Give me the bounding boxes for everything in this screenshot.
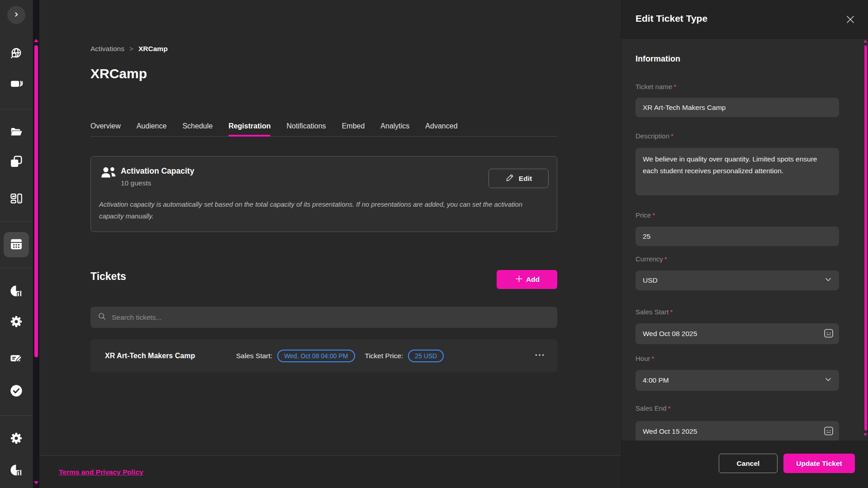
field-label-text: Ticket name [636, 83, 672, 90]
price-label: Price* [636, 211, 655, 219]
sales-start-label: Sales Start* [636, 308, 673, 316]
tab-audience[interactable]: Audience [137, 116, 167, 136]
ticket-search-bar [90, 307, 557, 328]
hour-label: Hour* [636, 355, 654, 362]
gear-icon [9, 431, 23, 446]
sidebar-item-cards[interactable] [0, 73, 33, 95]
edit-capacity-button[interactable]: Edit [489, 169, 549, 188]
add-button-label: Add [526, 275, 540, 284]
breadcrumb: Activations > XRCamp [90, 45, 168, 53]
edit-ticket-panel: Edit Ticket Type Information Ticket name… [621, 0, 868, 488]
ticket-name: XR Art-Tech Makers Camp [105, 352, 236, 360]
chevron-right-icon [12, 10, 21, 20]
devices-board-icon [9, 192, 23, 207]
close-icon [844, 14, 856, 27]
pencil-icon [505, 173, 515, 184]
required-asterisk: * [668, 404, 670, 412]
tickets-heading: Tickets [90, 270, 126, 283]
main-scrollbar-thumb[interactable] [34, 45, 38, 357]
calendar-icon [9, 237, 24, 253]
breadcrumb-activations-link[interactable]: Activations [90, 45, 124, 53]
tab-embed[interactable]: Embed [342, 116, 365, 136]
search-tickets-input[interactable] [112, 313, 550, 322]
field-label-text: Currency [636, 255, 663, 263]
tab-schedule[interactable]: Schedule [182, 116, 213, 136]
breadcrumb-current: XRCamp [138, 45, 168, 53]
sidebar-item-analytics[interactable] [0, 281, 33, 303]
required-asterisk: * [671, 132, 674, 140]
check-circle-icon [9, 384, 24, 399]
required-asterisk: * [674, 83, 676, 90]
tab-notifications[interactable]: Notifications [286, 116, 326, 136]
sidebar-item-tickets[interactable] [0, 348, 33, 370]
panel-footer: Cancel Update Ticket [621, 441, 868, 488]
activation-capacity-card: Activation Capacity 10 guests Edit Activ… [90, 156, 557, 232]
sales-end-date-field[interactable]: Wed Oct 15 2025 [636, 421, 839, 442]
sidebar-item-activations-active[interactable] [4, 232, 29, 257]
main-scrollbar[interactable] [33, 0, 39, 488]
ticket-row[interactable]: XR Art-Tech Makers Camp Sales Start: Wed… [90, 339, 557, 372]
description-label: Description* [636, 132, 674, 140]
required-asterisk: * [664, 255, 667, 263]
tab-overview[interactable]: Overview [90, 116, 121, 136]
sidebar-item-discover[interactable] [0, 43, 33, 65]
hour-value: 4:00 PM [643, 376, 669, 384]
hour-select[interactable]: 4:00 PM [636, 370, 839, 391]
ticket-row-menu-button[interactable] [534, 349, 545, 362]
sidebar-item-library[interactable] [0, 151, 33, 173]
date-picker-button[interactable] [823, 425, 835, 438]
panel-scrollbar-thumb[interactable] [864, 45, 867, 431]
sidebar-item-showcase[interactable] [0, 188, 33, 210]
capacity-guests-value: 10 guests [121, 179, 151, 187]
capacity-card-title: Activation Capacity [121, 166, 194, 176]
sidebar-divider [0, 268, 33, 268]
sidebar-item-settings[interactable] [0, 311, 33, 333]
globe-search-icon [9, 47, 23, 62]
gear-icon [9, 315, 23, 330]
tab-bar: Overview Audience Schedule Registration … [90, 116, 557, 137]
sales-start-badge: Wed, Oct 08 04:00 PM [277, 350, 355, 362]
currency-select[interactable]: USD [636, 270, 839, 290]
sidebar-item-admin-settings[interactable] [0, 428, 33, 450]
chevron-down-icon [823, 275, 833, 286]
search-icon [97, 312, 107, 323]
panel-header: Edit Ticket Type [621, 0, 868, 39]
currency-value: USD [643, 276, 658, 284]
sidebar [0, 0, 33, 488]
sidebar-expand-button[interactable] [7, 6, 25, 24]
tab-registration[interactable]: Registration [228, 116, 270, 136]
sidebar-divider [0, 221, 33, 222]
sidebar-item-folder[interactable] [0, 121, 33, 143]
field-label-text: Price [636, 211, 651, 219]
tab-analytics[interactable]: Analytics [380, 116, 409, 136]
sales-end-value: Wed Oct 15 2025 [643, 427, 697, 436]
field-label-text: Description [636, 132, 669, 140]
required-asterisk: * [652, 211, 655, 219]
capacity-note: Activation capacity is automatically set… [99, 199, 546, 223]
chevron-down-icon [823, 374, 833, 386]
copy-squares-icon [9, 155, 23, 170]
sidebar-item-admin-reports[interactable] [0, 460, 33, 482]
scroll-down-arrow-icon[interactable] [34, 481, 38, 484]
sales-start-value: Wed Oct 08 2025 [643, 330, 697, 338]
date-picker-button[interactable] [823, 327, 835, 341]
ticket-name-input[interactable] [636, 98, 839, 117]
scroll-up-arrow-icon[interactable] [34, 39, 38, 42]
sales-start-date-field[interactable]: Wed Oct 08 2025 [636, 323, 839, 344]
close-panel-button[interactable] [844, 14, 857, 26]
update-ticket-button[interactable]: Update Ticket [783, 454, 855, 473]
ticket-price-badge: 25 USD [408, 350, 444, 362]
field-label-text: Sales Start [636, 308, 669, 316]
folder-open-icon [9, 125, 23, 140]
sidebar-item-approvals[interactable] [0, 380, 33, 402]
cancel-button[interactable]: Cancel [719, 454, 778, 473]
terms-privacy-link[interactable]: Terms and Privacy Policy [59, 468, 143, 476]
ticket-price-label: Ticket Price: [365, 352, 403, 360]
description-textarea[interactable] [636, 148, 839, 195]
panel-scroll-up-arrow-icon[interactable] [863, 40, 867, 43]
pie-chart-icon [9, 284, 23, 299]
tab-advanced[interactable]: Advanced [425, 116, 457, 136]
price-input[interactable] [636, 227, 839, 246]
panel-scroll-down-arrow-icon[interactable] [863, 433, 867, 436]
add-ticket-button[interactable]: Add [497, 270, 557, 289]
